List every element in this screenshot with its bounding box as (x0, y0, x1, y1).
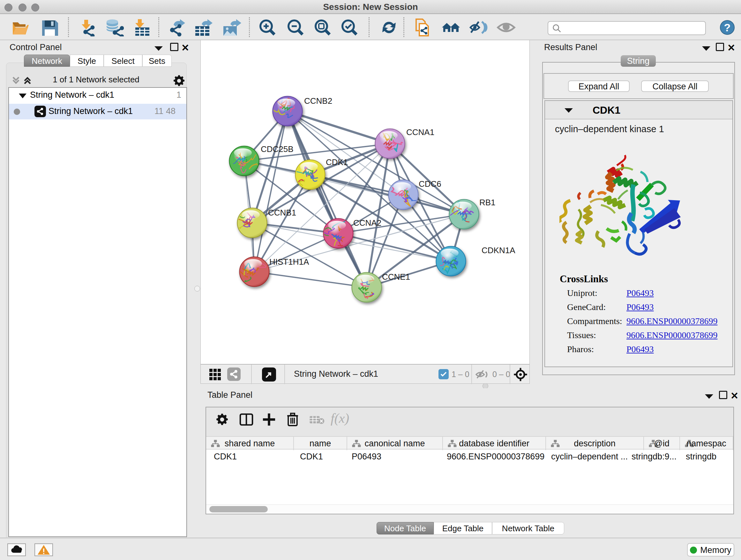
svg-text:CCNB1: CCNB1 (268, 208, 296, 217)
svg-text:CDC25B: CDC25B (261, 144, 293, 154)
svg-text:CCNA1: CCNA1 (406, 127, 434, 137)
svg-text:CDC6: CDC6 (419, 179, 441, 189)
svg-text:RB1: RB1 (479, 198, 495, 207)
svg-text:CDKN1A: CDKN1A (482, 246, 515, 255)
svg-text:CCNE1: CCNE1 (382, 272, 410, 282)
svg-text:CDK1: CDK1 (326, 158, 348, 167)
svg-text:HIST1H1A: HIST1H1A (269, 257, 309, 266)
svg-text:CCNA2: CCNA2 (353, 218, 381, 228)
svg-text:CCNB2: CCNB2 (304, 96, 332, 106)
